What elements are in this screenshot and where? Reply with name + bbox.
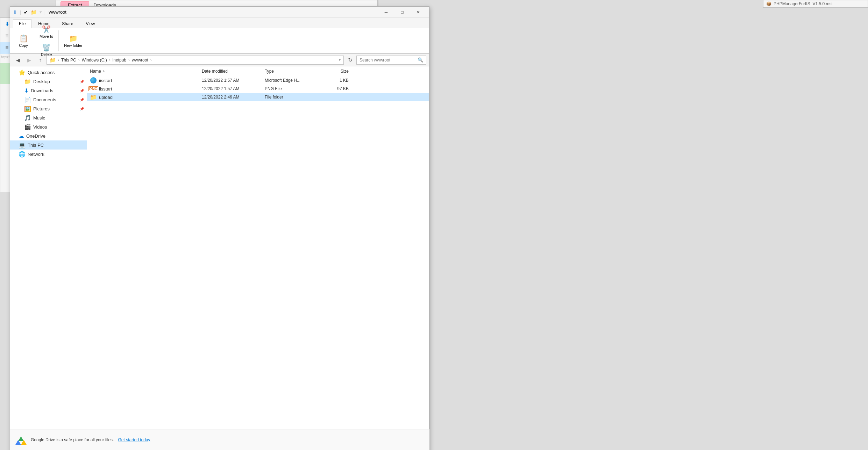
title-bar-separator1: | xyxy=(20,9,21,15)
column-type[interactable]: Type xyxy=(265,69,321,74)
main-layout: ⭐ Quick access 📁 Desktop 📌 ⬇ Downloads 📌… xyxy=(10,66,429,450)
file-type: File folder xyxy=(265,95,321,100)
sort-arrow: ∧ xyxy=(102,69,105,73)
title-bar: ⬇ | ✔ 📁 ▾ | wwwroot ─ □ ✕ xyxy=(10,7,429,18)
downloads-folder-icon: ⬇ xyxy=(24,87,29,94)
nav-item-desktop[interactable]: 📁 Desktop 📌 xyxy=(10,77,87,86)
nav-item-videos[interactable]: 🎬 Videos xyxy=(10,122,87,131)
edge-browser-icon xyxy=(90,77,97,84)
file-icon-png: PNG xyxy=(90,85,97,92)
file-date: 12/20/2022 2:46 AM xyxy=(202,95,265,100)
desktop-folder-icon: 📁 xyxy=(24,78,31,85)
file-size: 1 KB xyxy=(321,78,349,83)
bottom-bar-text: Google Drive is a safe place for all you… xyxy=(31,437,114,442)
file-size: 97 KB xyxy=(321,86,349,91)
ribbon: File Home Share View 📋 Copy xyxy=(10,18,429,54)
php-manager-icon: 📦 xyxy=(766,1,771,6)
search-icon: 🔍 xyxy=(418,57,423,63)
title-bar-icon2: ✔ xyxy=(24,9,28,15)
title-bar-controls: ─ □ ✕ xyxy=(378,7,426,18)
title-bar-title: wwwroot xyxy=(49,9,66,15)
png-file-icon: PNG xyxy=(88,86,98,91)
file-icon-folder: 📁 xyxy=(90,94,97,101)
network-icon: 🌐 xyxy=(19,151,26,158)
new-folder-button[interactable]: 📁 New folder xyxy=(62,32,85,49)
documents-pin: 📌 xyxy=(80,98,84,102)
ribbon-group-new: 📁 New folder xyxy=(59,30,88,51)
refresh-button[interactable]: ↻ xyxy=(345,55,355,65)
ribbon-group-clipboard: 📋 Copy xyxy=(13,30,34,51)
new-folder-icon: 📁 xyxy=(69,34,78,43)
nav-quick-access[interactable]: ⭐ Quick access xyxy=(10,68,87,77)
table-row[interactable]: PNG iisstart 12/20/2022 1:57 AM PNG File… xyxy=(87,85,429,93)
back-button[interactable]: ◀ xyxy=(13,55,23,65)
move-button[interactable]: ✂️ Move to xyxy=(37,23,56,40)
music-icon: 🎵 xyxy=(24,115,31,121)
address-dropdown-arrow: ▾ xyxy=(339,58,341,62)
delete-icon: 🗑️ xyxy=(42,43,51,52)
maximize-button[interactable]: □ xyxy=(394,7,410,18)
file-type: Microsoft Edge H... xyxy=(265,78,321,83)
file-area: Name ∧ Date modified Type Size xyxy=(87,66,429,450)
file-name: iisstart xyxy=(99,86,202,92)
main-window: ⬇ | ✔ 📁 ▾ | wwwroot ─ □ ✕ File Home xyxy=(10,6,429,450)
address-input[interactable]: 📁 › This PC › Windows (C:) › inetpub › w… xyxy=(47,56,344,65)
downloads-pin: 📌 xyxy=(80,89,84,93)
nav-item-pictures[interactable]: 🖼️ Pictures 📌 xyxy=(10,104,87,113)
search-box[interactable]: 🔍 xyxy=(356,56,426,65)
onedrive-icon: ☁ xyxy=(19,133,24,139)
svg-marker-1 xyxy=(18,436,24,441)
minimize-button[interactable]: ─ xyxy=(378,7,394,18)
search-input[interactable] xyxy=(360,58,416,63)
tab-view[interactable]: View xyxy=(80,19,101,28)
ribbon-group-organize: ✂️ Move to 🗑️ Delete xyxy=(34,30,59,51)
nav-item-this-pc[interactable]: 💻 This PC xyxy=(10,140,87,150)
path-icon: 📁 xyxy=(50,57,56,63)
column-name[interactable]: Name ∧ xyxy=(90,69,202,74)
file-date: 12/20/2022 1:57 AM xyxy=(202,86,265,91)
file-icon-edge xyxy=(90,77,97,84)
ribbon-tabs: File Home Share View xyxy=(10,18,429,28)
bottom-notification-bar: Google Drive is a safe place for all you… xyxy=(10,429,429,450)
close-button[interactable]: ✕ xyxy=(410,7,426,18)
address-bar: ◀ ▶ ↑ 📁 › This PC › Windows (C:) › inetp… xyxy=(10,54,429,66)
tab-file[interactable]: File xyxy=(13,19,31,28)
tab-share[interactable]: Share xyxy=(56,19,79,28)
desktop-pin: 📌 xyxy=(80,80,84,84)
desktop: 📦 PHPManagerForIIS_V1.5.0.msi Extract Do… xyxy=(0,0,868,450)
nav-pane: ⭐ Quick access 📁 Desktop 📌 ⬇ Downloads 📌… xyxy=(10,66,87,450)
file-name: iisstart xyxy=(99,78,202,83)
bottom-bar-subtext[interactable]: Get started today xyxy=(118,437,150,442)
documents-folder-icon: 📄 xyxy=(24,96,31,103)
file-date: 12/20/2022 1:57 AM xyxy=(202,78,265,83)
ribbon-content: 📋 Copy ✂️ Move to 🗑️ Delete xyxy=(10,28,429,53)
file-type: PNG File xyxy=(265,86,321,91)
up-button[interactable]: ↑ xyxy=(35,55,45,65)
copy-icon: 📋 xyxy=(19,34,28,43)
nav-item-onedrive[interactable]: ☁ OneDrive xyxy=(10,131,87,140)
nav-item-documents[interactable]: 📄 Documents 📌 xyxy=(10,95,87,104)
file-list-header: Name ∧ Date modified Type Size xyxy=(87,66,429,76)
title-bar-folder-icon: 📁 xyxy=(31,9,37,15)
file-list: iisstart 12/20/2022 1:57 AM Microsoft Ed… xyxy=(87,76,429,449)
column-size[interactable]: Size xyxy=(321,69,349,74)
videos-icon: 🎬 xyxy=(24,124,31,130)
this-pc-icon: 💻 xyxy=(19,142,26,148)
table-row[interactable]: 📁 upload 12/20/2022 2:46 AM File folder xyxy=(87,93,429,101)
forward-button[interactable]: ▶ xyxy=(24,55,34,65)
copy-button[interactable]: 📋 Copy xyxy=(16,32,31,49)
nav-item-network[interactable]: 🌐 Network xyxy=(10,150,87,159)
php-manager-title: PHPManagerForIIS_V1.5.0.msi xyxy=(774,1,832,6)
pictures-pin: 📌 xyxy=(80,107,84,111)
folder-icon: 📁 xyxy=(90,94,97,101)
php-manager-window: 📦 PHPManagerForIIS_V1.5.0.msi xyxy=(763,0,868,8)
gdrive-logo xyxy=(15,434,27,445)
table-row[interactable]: iisstart 12/20/2022 1:57 AM Microsoft Ed… xyxy=(87,76,429,85)
nav-item-music[interactable]: 🎵 Music xyxy=(10,113,87,122)
title-bar-separator2: ▾ | xyxy=(40,9,44,15)
nav-item-downloads[interactable]: ⬇ Downloads 📌 xyxy=(10,86,87,95)
column-date[interactable]: Date modified xyxy=(202,69,265,74)
file-name: upload xyxy=(99,95,202,100)
pictures-folder-icon: 🖼️ xyxy=(24,106,31,112)
quick-access-icon: ⭐ xyxy=(19,69,26,76)
